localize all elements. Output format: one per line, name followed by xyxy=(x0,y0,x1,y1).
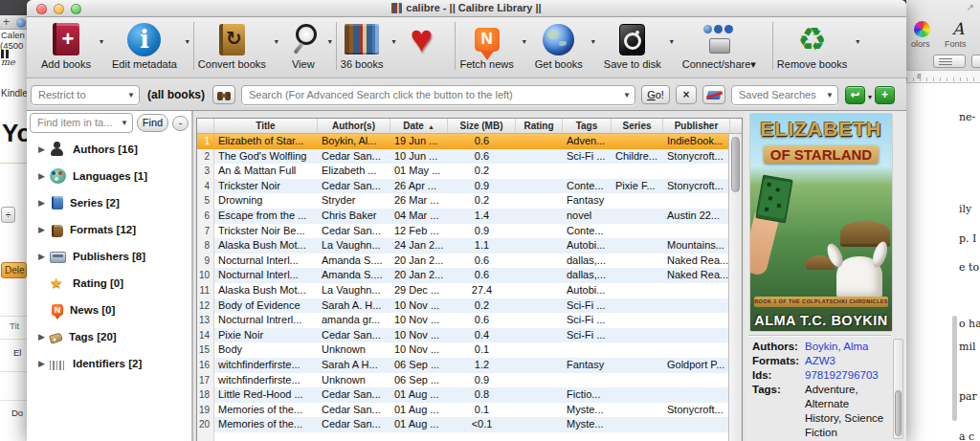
copy-search-button[interactable]: ↩ ▾ xyxy=(845,86,865,104)
cell-title[interactable]: Body xyxy=(214,342,318,358)
save-to-disk-button[interactable]: ▾ Save to disk xyxy=(599,20,678,76)
dropdown-arrow-icon[interactable]: ▾ xyxy=(391,37,395,46)
cell-title[interactable]: Nocturnal Interl... xyxy=(214,268,318,283)
cell-rating[interactable] xyxy=(516,313,563,328)
cell-series[interactable] xyxy=(612,373,663,388)
table-row[interactable]: 4 Trickster Noir Cedar San... 26 Apr ...… xyxy=(197,179,742,194)
cell-date[interactable]: 26 Apr ... xyxy=(390,179,448,194)
expand-arrow-icon[interactable]: ▶ xyxy=(38,144,50,154)
cell-publisher[interactable]: Naked Rea... xyxy=(663,268,730,283)
cell-rating[interactable] xyxy=(516,224,563,239)
cell-date[interactable]: 06 Sep ... xyxy=(390,358,448,373)
table-scrollbar[interactable] xyxy=(728,134,742,441)
cell-series[interactable] xyxy=(612,268,663,283)
metadata-field-value[interactable]: Boykin, Alma xyxy=(805,340,885,354)
cell-date[interactable]: 01 Aug ... xyxy=(390,403,448,418)
cell-size[interactable]: 0.4 xyxy=(448,328,516,343)
cell-publisher[interactable]: IndieBook... xyxy=(663,134,730,149)
cell-tags[interactable]: novel xyxy=(563,209,612,224)
cell-authors[interactable]: amanda gr... xyxy=(318,313,390,328)
table-row[interactable]: 3 An & Mattan Full Elizabeth ... 01 May … xyxy=(197,164,742,179)
dropdown-arrow-icon[interactable]: ▾ xyxy=(856,37,859,46)
dropdown-arrow-icon[interactable]: ▾ xyxy=(275,37,278,46)
column-header-rating[interactable]: Rating xyxy=(516,119,563,133)
cell-publisher[interactable] xyxy=(663,387,730,403)
cell-publisher[interactable] xyxy=(663,283,730,298)
bg-delete-button[interactable]: Dele xyxy=(1,262,27,278)
cell-authors[interactable]: Cedar San... xyxy=(318,224,390,239)
table-row[interactable]: 19 Memories of the... Cedar San... 01 Au… xyxy=(197,403,742,418)
table-row[interactable]: 11 Alaska Bush Mot... La Vaughn... 29 De… xyxy=(197,283,742,298)
get-books-button[interactable]: ▾ Get books xyxy=(530,20,599,76)
cell-rating[interactable] xyxy=(516,149,563,165)
bg-plus-button[interactable]: + xyxy=(3,15,10,29)
cell-size[interactable]: 0.8 xyxy=(448,387,516,403)
bg-colors-icon[interactable] xyxy=(914,21,930,37)
cell-rating[interactable] xyxy=(516,298,563,314)
table-row[interactable]: 13 Nocturnal Intrerl... amanda gr... 10 … xyxy=(197,313,742,328)
column-header-tags[interactable]: Tags xyxy=(563,119,612,133)
cell-date[interactable]: 20 Jan 2... xyxy=(390,268,448,283)
add-books-button[interactable]: ▾ Add books xyxy=(36,20,107,76)
cell-series[interactable] xyxy=(612,313,663,328)
cell-rating[interactable] xyxy=(516,387,563,403)
cell-rating[interactable] xyxy=(516,268,563,283)
cell-date[interactable]: 10 Jun ... xyxy=(390,149,448,165)
cell-rating[interactable] xyxy=(516,238,563,254)
cell-publisher[interactable] xyxy=(663,342,730,358)
tag-browser-item[interactable]: ▶ Languages [1] xyxy=(27,163,191,189)
cell-authors[interactable]: La Vaughn... xyxy=(318,283,390,298)
cell-authors[interactable]: Elizabeth ... xyxy=(318,164,390,179)
table-row[interactable]: 2 The God's Wolfling Cedar San... 10 Jun… xyxy=(197,149,742,165)
cell-series[interactable] xyxy=(612,432,663,441)
cell-tags[interactable]: Autobi... xyxy=(563,238,612,254)
cell-title[interactable]: Trickster Noir Be... xyxy=(214,224,318,239)
cell-date[interactable]: 19 Jun ... xyxy=(390,134,448,149)
cell-authors[interactable]: Unknown xyxy=(318,342,390,358)
cell-rating[interactable] xyxy=(516,342,563,358)
cell-tags[interactable]: Myste... xyxy=(563,417,612,432)
cell-publisher[interactable] xyxy=(663,417,730,432)
cell-title[interactable]: Drowning xyxy=(214,193,318,209)
bg-segment-button[interactable] xyxy=(971,55,980,68)
dropdown-arrow-icon[interactable]: ▾ xyxy=(186,37,189,46)
table-row[interactable]: 5 Drowning Stryder 26 Mar ... 0.2 Fantas… xyxy=(197,193,742,209)
table-row[interactable] xyxy=(197,432,742,441)
cell-rating[interactable] xyxy=(516,164,563,179)
table-row[interactable]: 8 Alaska Bush Mot... La Vaughn... 24 Jan… xyxy=(197,238,742,254)
table-row[interactable]: 20 Memories of the... Cedar San... 01 Au… xyxy=(197,417,742,432)
cell-series[interactable]: Pixie F... xyxy=(612,179,663,194)
cell-rating[interactable] xyxy=(516,403,563,418)
cell-date[interactable]: 01 Aug ... xyxy=(390,417,448,432)
cell-authors[interactable]: Unknown xyxy=(318,373,390,388)
cell-tags[interactable]: Sci-Fi ... xyxy=(563,313,612,328)
cell-size[interactable]: 1.1 xyxy=(448,238,516,254)
cell-authors[interactable] xyxy=(318,432,390,441)
table-row[interactable]: 10 Nocturnal Interl... Amanda S.... 20 J… xyxy=(197,268,742,283)
cell-size[interactable]: 0.6 xyxy=(448,134,516,149)
cell-size[interactable]: 0.1 xyxy=(448,342,516,358)
cell-series[interactable] xyxy=(612,134,663,149)
table-row[interactable]: 7 Trickster Noir Be... Cedar San... 12 F… xyxy=(197,224,742,239)
cell-publisher[interactable]: Stonycroft... xyxy=(663,179,730,194)
table-row[interactable]: 9 Nocturnal Interl... Amanda S.... 20 Ja… xyxy=(197,254,742,269)
cell-tags[interactable]: Sci-Fi ... xyxy=(563,149,612,165)
table-row[interactable]: 16 witchfinderfirste... Sarah A H... 06 … xyxy=(197,358,742,373)
cell-rating[interactable] xyxy=(516,417,563,432)
cell-title[interactable]: Memories of the... xyxy=(214,403,318,418)
cell-rating[interactable] xyxy=(516,193,563,209)
cell-series[interactable] xyxy=(612,358,663,373)
cell-publisher[interactable] xyxy=(663,193,730,209)
column-header-title[interactable]: Title xyxy=(214,119,318,133)
search-input[interactable]: Search (For Advanced Search click the bu… xyxy=(241,85,635,105)
cell-date[interactable]: 12 Feb ... xyxy=(390,224,448,239)
clear-search-button[interactable]: × xyxy=(676,85,697,104)
details-scrollbar-thumb[interactable] xyxy=(895,390,902,436)
column-header-series[interactable]: Series xyxy=(612,119,663,133)
cell-tags[interactable]: Fantasy xyxy=(563,358,612,373)
find-item-input[interactable]: Find item in ta... ▼ xyxy=(30,113,133,133)
dropdown-arrow-icon[interactable]: ▾ xyxy=(670,37,674,46)
cell-publisher[interactable] xyxy=(663,373,730,388)
cell-publisher[interactable] xyxy=(663,224,730,239)
cell-publisher[interactable]: Stonycroft... xyxy=(663,149,730,165)
